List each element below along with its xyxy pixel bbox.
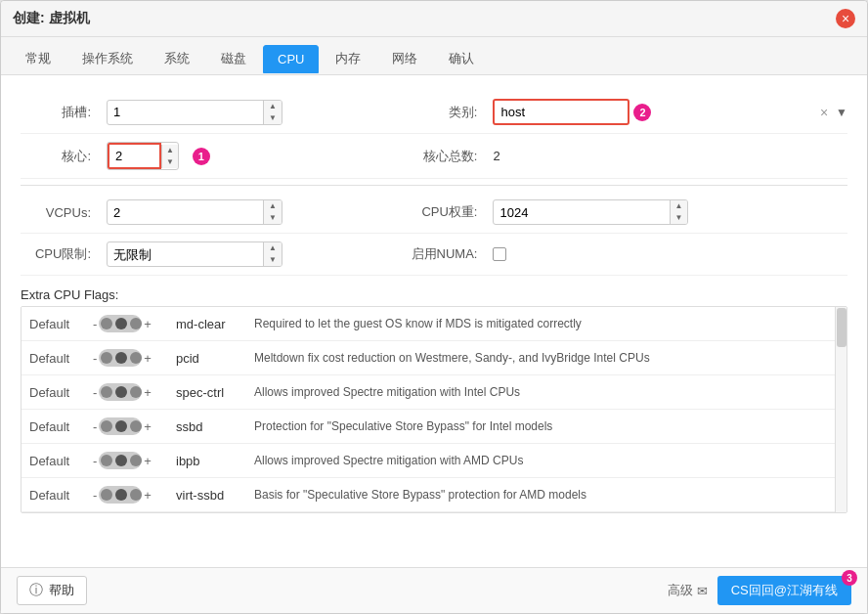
flag-track-md-clear[interactable] (99, 315, 142, 332)
tab-general[interactable]: 常规 (11, 43, 65, 74)
slot-select[interactable]: 1 (108, 101, 263, 123)
category-wrap: 2 × ▼ (493, 99, 847, 125)
flag-desc-virt-ssbd: Basis for "Speculative Store Bypass" pro… (254, 487, 827, 504)
scrollbar[interactable] (835, 307, 846, 512)
flag-track-virt-ssbd[interactable] (99, 486, 142, 504)
numa-checkbox[interactable] (493, 247, 506, 261)
slot-select-wrap: 1 ▲ ▼ (107, 100, 282, 125)
flag-circles-spec-ctrl (101, 386, 142, 398)
flag-plus-md-clear[interactable]: + (144, 317, 152, 331)
flag-desc-pcid: Meltdown fix cost reduction on Westmere,… (254, 350, 827, 367)
help-button[interactable]: ⓘ 帮助 (17, 576, 87, 605)
tab-confirm[interactable]: 确认 (434, 43, 489, 74)
core-spin: ▲ ▼ (107, 142, 179, 170)
flag-row-ssbd: Default - + ssbd Protection for "Specula… (22, 410, 835, 444)
flag-circle3-ssbd (130, 420, 142, 432)
flag-circle1-md-clear (101, 318, 112, 329)
slot-down-arrow[interactable]: ▼ (266, 112, 280, 124)
core-row: 核心: ▲ ▼ 1 核心总数: 2 (21, 134, 847, 179)
cpu-limit-up-arrow[interactable]: ▲ (266, 242, 280, 254)
flag-plus-spec-ctrl[interactable]: + (144, 385, 152, 400)
flag-circle2-md-clear (115, 318, 127, 329)
title-bar: 创建: 虚拟机 × (1, 1, 867, 37)
flag-desc-md-clear: Required to let the guest OS know if MDS… (254, 316, 827, 332)
footer: ⓘ 帮助 高级 ✉ CS回回@江湖有线 3 (1, 567, 867, 613)
flag-plus-virt-ssbd[interactable]: + (144, 488, 152, 503)
cpu-weight-field: CPU权重: 1024 ▲ ▼ (387, 199, 847, 225)
flag-toggle-md-clear: - + (93, 315, 176, 332)
core-total-value: 2 (493, 149, 499, 163)
flag-plus-pcid[interactable]: + (144, 351, 152, 366)
flag-circle3-md-clear (130, 318, 142, 329)
flag-minus-ssbd[interactable]: - (93, 419, 97, 434)
advanced-link[interactable]: 高级 ✉ (668, 582, 708, 599)
dialog-title: 创建: 虚拟机 (13, 10, 90, 27)
flags-scroll-area[interactable]: Default - + md-clear Required to let the… (22, 307, 835, 512)
cpu-weight-select[interactable]: 1024 (494, 201, 669, 224)
category-dropdown-button[interactable]: ▼ (836, 106, 847, 119)
core-field: 核心: ▲ ▼ 1 (21, 142, 387, 170)
flag-circle1-virt-ssbd (101, 489, 112, 501)
core-badge-1[interactable]: 1 (193, 148, 210, 165)
cpu-weight-select-wrap: 1024 ▲ ▼ (493, 199, 688, 225)
flag-row-pcid: Default - + pcid Meltdown fix cost reduc… (22, 341, 835, 375)
core-input[interactable] (108, 143, 161, 169)
category-clear-button[interactable]: × (816, 105, 832, 120)
flag-track-ibpb[interactable] (99, 452, 142, 469)
flag-name-md-clear: md-clear (176, 317, 254, 331)
close-button[interactable]: × (836, 9, 855, 28)
main-dialog: 创建: 虚拟机 × 常规 操作系统 系统 磁盘 CPU 内存 网络 确认 插槽:… (0, 0, 868, 614)
flag-plus-ssbd[interactable]: + (144, 419, 152, 434)
flag-minus-md-clear[interactable]: - (93, 317, 97, 331)
flag-circles-pcid (101, 352, 142, 364)
tab-disk[interactable]: 磁盘 (206, 43, 261, 74)
cpu-weight-down-arrow[interactable]: ▼ (673, 212, 686, 224)
flag-desc-spec-ctrl: Allows improved Spectre mitigation with … (254, 384, 827, 401)
numa-label: 启用NUMA: (407, 245, 485, 263)
flags-table-container: Default - + md-clear Required to let the… (21, 306, 847, 513)
vcpus-up-arrow[interactable]: ▲ (266, 200, 280, 212)
vcpus-select[interactable]: 2 (108, 201, 263, 224)
slot-label: 插槽: (21, 104, 99, 121)
flag-track-ssbd[interactable] (99, 417, 142, 435)
flag-circle2-pcid (115, 352, 127, 364)
core-up-arrow[interactable]: ▲ (162, 145, 178, 156)
help-label: 帮助 (49, 582, 74, 599)
slot-up-arrow[interactable]: ▲ (266, 101, 280, 112)
flag-toggle-ibpb: - + (93, 452, 176, 469)
tab-system[interactable]: 系统 (150, 43, 204, 74)
flag-track-pcid[interactable] (99, 349, 142, 367)
tab-cpu[interactable]: CPU (263, 45, 319, 73)
cpu-weight-label: CPU权重: (407, 203, 485, 221)
footer-right: 高级 ✉ CS回回@江湖有线 3 (668, 576, 851, 605)
flag-toggle-ssbd: - + (93, 417, 176, 435)
vcpus-down-arrow[interactable]: ▼ (266, 212, 280, 224)
flag-circle2-ssbd (115, 420, 127, 432)
cpu-limit-select-wrap: 无限制 ▲ ▼ (107, 241, 282, 267)
cpu-limit-select[interactable]: 无限制 (108, 243, 263, 266)
category-input[interactable] (495, 101, 628, 123)
flag-circle1-ibpb (101, 455, 112, 466)
flag-plus-ibpb[interactable]: + (144, 454, 152, 468)
flag-minus-ibpb[interactable]: - (93, 454, 97, 468)
category-label: 类别: (407, 104, 485, 121)
flag-track-spec-ctrl[interactable] (99, 383, 142, 401)
flag-row-ibpb: Default - + ibpb Allows improved Spectre… (22, 444, 835, 478)
core-down-arrow[interactable]: ▼ (162, 156, 178, 168)
tab-memory[interactable]: 内存 (321, 43, 375, 74)
community-button[interactable]: CS回回@江湖有线 3 (717, 576, 851, 605)
scrollbar-thumb[interactable] (837, 308, 846, 347)
flag-circle2-virt-ssbd (115, 489, 127, 501)
flag-minus-pcid[interactable]: - (93, 351, 97, 366)
category-badge-2[interactable]: 2 (633, 104, 651, 121)
category-field: 类别: 2 × ▼ (387, 99, 847, 125)
flag-minus-spec-ctrl[interactable]: - (93, 385, 97, 400)
tab-os[interactable]: 操作系统 (67, 43, 148, 74)
cpu-weight-up-arrow[interactable]: ▲ (673, 200, 686, 212)
tab-network[interactable]: 网络 (377, 43, 432, 74)
flag-default-ibpb: Default (29, 454, 93, 468)
flag-minus-virt-ssbd[interactable]: - (93, 488, 97, 503)
vcpus-select-wrap: 2 ▲ ▼ (107, 199, 282, 225)
flag-circle3-ibpb (130, 455, 142, 466)
cpu-limit-down-arrow[interactable]: ▼ (266, 254, 280, 266)
